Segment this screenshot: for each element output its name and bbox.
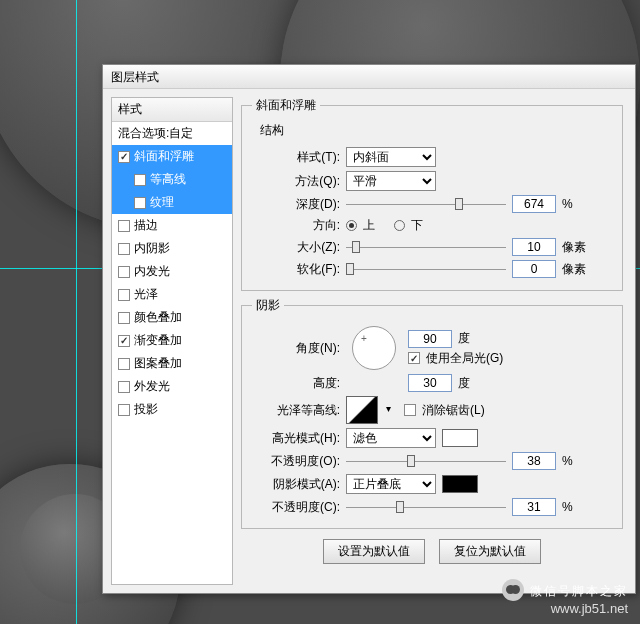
size-label: 大小(Z): [252,239,340,256]
dialog-title: 图层样式 [111,70,159,84]
checkbox-icon[interactable] [118,335,130,347]
altitude-input[interactable] [408,374,452,392]
direction-up-radio[interactable] [346,220,357,231]
checkbox-icon[interactable] [118,151,130,163]
style-label: 样式(T): [252,149,340,166]
checkbox-icon[interactable] [118,358,130,370]
checkbox-icon[interactable] [118,243,130,255]
shading-legend: 阴影 [252,297,284,314]
highlight-opacity-input[interactable] [512,452,556,470]
soften-slider[interactable] [346,260,506,278]
checkbox-icon[interactable] [118,220,130,232]
soften-input[interactable] [512,260,556,278]
highlight-opacity-label: 不透明度(O): [252,453,340,470]
shadow-opacity-slider[interactable] [346,498,506,516]
sidebar-item-gradient-overlay[interactable]: 渐变叠加 [112,329,232,352]
checkbox-icon[interactable] [118,289,130,301]
sidebar-item-bevel[interactable]: 斜面和浮雕 [112,145,232,168]
depth-input[interactable] [512,195,556,213]
direction-down-radio[interactable] [394,220,405,231]
angle-dial[interactable] [352,326,396,370]
sidebar-item-satin[interactable]: 光泽 [112,283,232,306]
shadow-color-swatch[interactable] [442,475,478,493]
method-select[interactable]: 平滑 [346,171,436,191]
checkbox-icon[interactable] [118,266,130,278]
highlight-color-swatch[interactable] [442,429,478,447]
panel-title: 斜面和浮雕 [252,97,320,114]
layer-style-dialog: 图层样式 样式 混合选项:自定 斜面和浮雕 等高线 纹理 描边 内阴影 内发光 … [102,64,636,594]
shadow-mode-select[interactable]: 正片叠底 [346,474,436,494]
angle-label: 角度(N): [252,340,340,357]
altitude-label: 高度: [252,375,340,392]
size-slider[interactable] [346,238,506,256]
size-input[interactable] [512,238,556,256]
sidebar-item-contour[interactable]: 等高线 [112,168,232,191]
dialog-titlebar[interactable]: 图层样式 [103,65,635,89]
highlight-mode-select[interactable]: 滤色 [346,428,436,448]
sidebar-header[interactable]: 样式 [112,98,232,122]
shading-fieldset: 阴影 角度(N): 度 使用全局光(G) 高度:度 光泽等高线:消除锯齿(L) … [241,297,623,529]
sidebar-blend-options[interactable]: 混合选项:自定 [112,122,232,145]
guide-vertical [76,0,77,624]
wechat-icon [502,579,524,601]
sidebar-item-color-overlay[interactable]: 颜色叠加 [112,306,232,329]
gloss-contour-picker[interactable] [346,396,378,424]
checkbox-icon[interactable] [134,197,146,209]
sidebar-item-inner-glow[interactable]: 内发光 [112,260,232,283]
sidebar-item-pattern-overlay[interactable]: 图案叠加 [112,352,232,375]
angle-input[interactable] [408,330,452,348]
styles-sidebar: 样式 混合选项:自定 斜面和浮雕 等高线 纹理 描边 内阴影 内发光 光泽 颜色… [111,97,233,585]
depth-slider[interactable] [346,195,506,213]
make-default-button[interactable]: 设置为默认值 [323,539,425,564]
sidebar-item-texture[interactable]: 纹理 [112,191,232,214]
highlight-mode-label: 高光模式(H): [252,430,340,447]
global-light-checkbox[interactable] [408,352,420,364]
direction-label: 方向: [252,217,340,234]
checkbox-icon[interactable] [118,381,130,393]
method-label: 方法(Q): [252,173,340,190]
sidebar-item-inner-shadow[interactable]: 内阴影 [112,237,232,260]
checkbox-icon[interactable] [118,312,130,324]
shadow-opacity-label: 不透明度(C): [252,499,340,516]
highlight-opacity-slider[interactable] [346,452,506,470]
structure-legend: 结构 [260,122,612,139]
soften-label: 软化(F): [252,261,340,278]
bevel-fieldset: 斜面和浮雕 结构 样式(T):内斜面 方法(Q):平滑 深度(D):% 方向:上… [241,97,623,291]
shadow-mode-label: 阴影模式(A): [252,476,340,493]
style-select[interactable]: 内斜面 [346,147,436,167]
shadow-opacity-input[interactable] [512,498,556,516]
checkbox-icon[interactable] [118,404,130,416]
sidebar-item-outer-glow[interactable]: 外发光 [112,375,232,398]
antialias-checkbox[interactable] [404,404,416,416]
gloss-contour-label: 光泽等高线: [252,402,340,419]
reset-default-button[interactable]: 复位为默认值 [439,539,541,564]
checkbox-icon[interactable] [134,174,146,186]
depth-label: 深度(D): [252,196,340,213]
sidebar-item-drop-shadow[interactable]: 投影 [112,398,232,421]
watermark: 微信号脚本之家 www.jb51.net [502,577,628,616]
sidebar-item-stroke[interactable]: 描边 [112,214,232,237]
